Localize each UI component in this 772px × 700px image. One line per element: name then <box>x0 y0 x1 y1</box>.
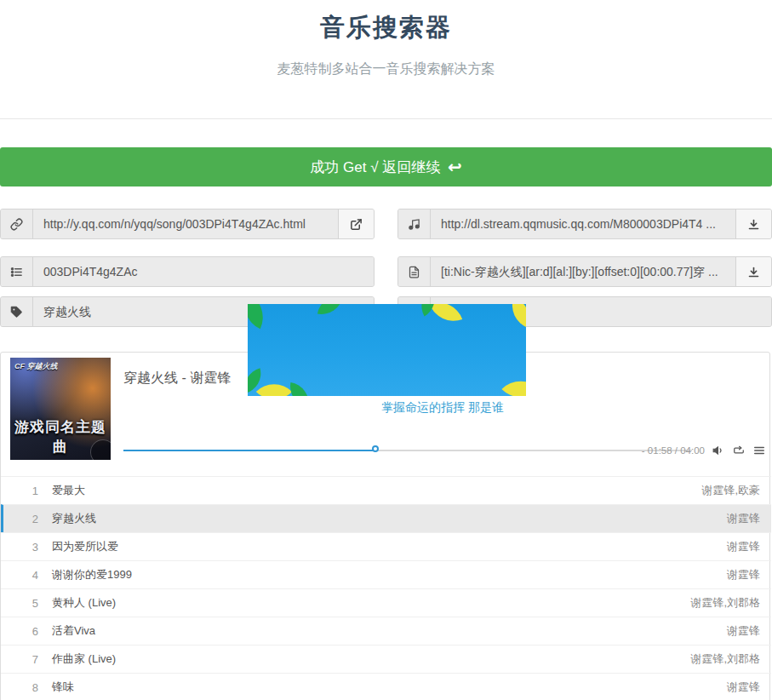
menu-icon <box>753 445 765 456</box>
song-page-url-field[interactable]: http://y.qq.com/n/yqq/song/003DPi4T4g4ZA… <box>33 209 338 238</box>
download-lyric-button[interactable] <box>735 257 771 286</box>
success-banner-label: 成功 Get √ 返回继续 <box>310 159 440 175</box>
song-artist: 谢霆锋,刘郡格 <box>690 651 771 667</box>
leaf-icon <box>506 304 526 328</box>
playlist: 1 爱最大 谢霆锋,欧豪 2 穿越火线 谢霆锋 3 因为爱所以爱 谢霆锋 4 谢… <box>1 476 771 700</box>
song-id-group: 003DPi4T4g4ZAc <box>0 256 375 287</box>
song-page-url-group: http://y.qq.com/n/yqq/song/003DPi4T4g4ZA… <box>0 209 375 239</box>
volume-icon <box>712 445 724 456</box>
song-number: 3 <box>4 541 38 554</box>
leaf-icon <box>287 382 312 396</box>
song-artist: 谢霆锋 <box>727 567 771 582</box>
list-ordered-icon <box>1 257 33 286</box>
song-title: 黄种人 (Live) <box>52 595 116 611</box>
now-playing-title: 穿越火线 - 谢霆锋 <box>123 370 231 387</box>
download-icon <box>747 218 760 231</box>
song-title: 活着Viva <box>52 623 95 639</box>
song-number: 2 <box>4 513 38 525</box>
open-external-button[interactable] <box>338 209 374 238</box>
playlist-row[interactable]: 3 因为爱所以爱 谢霆锋 <box>1 532 771 560</box>
playlist-row[interactable]: 5 黄种人 (Live) 谢霆锋,刘郡格 <box>1 588 771 617</box>
playlist-row[interactable]: 2 穿越火线 谢霆锋 <box>1 504 771 532</box>
file-text-icon <box>398 257 431 286</box>
volume-button[interactable] <box>712 445 724 456</box>
song-title: 因为爱所以爱 <box>52 539 118 554</box>
leaf-icon <box>317 304 343 318</box>
external-link-icon <box>350 218 363 231</box>
lyric-line: 掌握命运的指挥 那是谁 <box>123 400 762 416</box>
page-subtitle: 麦葱特制多站合一音乐搜索解决方案 <box>0 60 772 78</box>
playlist-toggle-button[interactable] <box>753 445 765 456</box>
music-note-icon <box>398 209 431 238</box>
song-artist: 谢霆锋 <box>727 539 771 554</box>
progress-bar[interactable] <box>123 444 692 457</box>
progress-thumb[interactable] <box>372 445 379 452</box>
song-number: 8 <box>4 681 38 694</box>
leaf-icon <box>256 374 292 396</box>
lyric-group: [ti:Nic-穿越火线][ar:d][al:][by:][offset:0][… <box>397 256 772 287</box>
cover-logo: CF 穿越火线 <box>14 361 58 372</box>
song-artist: 谢霆锋 <box>727 623 771 639</box>
song-title: 作曲家 (Live) <box>52 651 116 667</box>
song-number: 1 <box>4 485 38 497</box>
song-title: 谢谢你的爱1999 <box>52 567 132 582</box>
loop-icon <box>732 445 746 456</box>
stream-url-field[interactable]: http://dl.stream.qqmusic.qq.com/M800003D… <box>431 209 735 238</box>
song-title: 爱最大 <box>52 483 85 498</box>
leaf-icon <box>430 304 462 328</box>
tag-icon <box>1 297 33 326</box>
lyric-field[interactable]: [ti:Nic-穿越火线][ar:d][al:][by:][offset:0][… <box>431 257 735 286</box>
promo-image[interactable] <box>248 304 526 396</box>
reply-arrow-icon: ↩ <box>448 158 462 176</box>
playlist-row[interactable]: 7 作曲家 (Live) 谢霆锋,刘郡格 <box>1 645 771 673</box>
playlist-row[interactable]: 8 锋味 谢霆锋 <box>1 673 771 700</box>
success-banner-button[interactable]: 成功 Get √ 返回继续 ↩ <box>0 147 772 186</box>
song-number: 7 <box>4 653 38 666</box>
song-number: 5 <box>4 597 38 610</box>
leaf-icon <box>248 304 272 329</box>
playlist-row[interactable]: 6 活着Viva 谢霆锋 <box>1 617 771 645</box>
stream-url-group: http://dl.stream.qqmusic.qq.com/M800003D… <box>397 209 772 239</box>
link-icon <box>1 209 33 238</box>
leaf-icon <box>501 370 526 396</box>
header-divider <box>0 118 772 119</box>
song-artist: 谢霆锋 <box>727 511 771 526</box>
album-cover[interactable]: CF 穿越火线 游戏同名主题曲 <box>10 358 111 460</box>
download-audio-button[interactable] <box>735 209 771 238</box>
playlist-row[interactable]: 1 爱最大 谢霆锋,欧豪 <box>1 476 771 504</box>
cover-watermark <box>90 439 111 460</box>
song-artist: 谢霆锋,欧豪 <box>701 483 771 498</box>
player-controls: - 01:58 / 04:00 <box>642 444 765 457</box>
playlist-row[interactable]: 4 谢谢你的爱1999 谢霆锋 <box>1 560 771 588</box>
song-title: 穿越火线 <box>52 511 96 526</box>
time-label: - 01:58 / 04:00 <box>642 445 705 456</box>
song-title: 锋味 <box>52 680 74 695</box>
song-number: 4 <box>4 569 38 582</box>
song-artist: 谢霆锋 <box>727 680 771 695</box>
loop-button[interactable] <box>732 445 746 456</box>
music-search-page: 音乐搜索器 麦葱特制多站合一音乐搜索解决方案 成功 Get √ 返回继续 ↩ h… <box>0 0 772 700</box>
song-number: 6 <box>4 625 38 638</box>
download-icon <box>747 266 760 278</box>
song-id-field[interactable]: 003DPi4T4g4ZAc <box>33 257 374 286</box>
page-title: 音乐搜索器 <box>0 11 772 45</box>
song-artist: 谢霆锋,刘郡格 <box>690 595 771 611</box>
progress-played <box>123 450 377 451</box>
